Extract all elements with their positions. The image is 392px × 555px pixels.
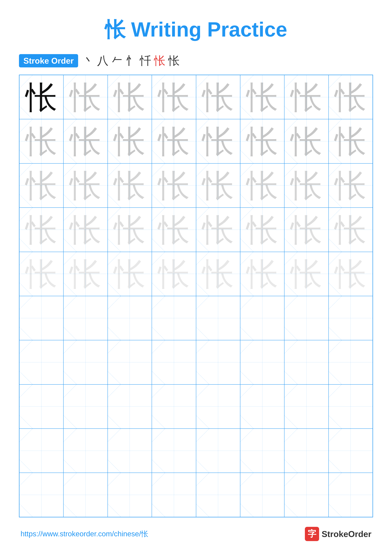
- grid-cell[interactable]: 怅: [152, 252, 196, 296]
- grid-cell[interactable]: [240, 296, 284, 340]
- grid-cell[interactable]: 怅: [196, 252, 240, 296]
- logo-char: 字: [308, 528, 316, 540]
- grid-cell[interactable]: 怅: [284, 252, 328, 296]
- grid-cell[interactable]: 怅: [284, 119, 328, 163]
- grid-cell[interactable]: [328, 384, 373, 429]
- character-display: 怅: [70, 214, 101, 246]
- grid-cell[interactable]: [64, 473, 107, 517]
- grid-cell[interactable]: [284, 473, 328, 517]
- grid-cell[interactable]: [108, 340, 152, 384]
- grid-cell[interactable]: 怅: [19, 119, 64, 163]
- grid-cell[interactable]: [19, 296, 64, 340]
- grid-cell[interactable]: [328, 429, 373, 473]
- stroke-1: 丶: [83, 53, 94, 68]
- practice-grid: 怅怅怅怅怅怅怅怅怅怅怅怅怅怅怅怅怅怅怅怅怅怅怅怅怅怅怅怅怅怅怅怅怅怅怅怅怅怅怅怅: [19, 75, 373, 517]
- character-display: 怅: [202, 125, 234, 157]
- grid-cell[interactable]: [240, 384, 284, 429]
- grid-cell[interactable]: [284, 296, 328, 340]
- grid-cell[interactable]: 怅: [108, 208, 152, 252]
- character-display: 怅: [291, 81, 322, 113]
- grid-cell[interactable]: [284, 384, 328, 429]
- grid-cell[interactable]: 怅: [108, 75, 152, 119]
- stroke-5: 忏: [140, 53, 151, 68]
- grid-cell[interactable]: 怅: [64, 252, 107, 296]
- grid-cell[interactable]: 怅: [328, 119, 373, 163]
- grid-cell[interactable]: [152, 384, 196, 429]
- stroke-3: 𠂉: [111, 54, 123, 67]
- grid-cell[interactable]: [152, 473, 196, 517]
- grid-cell[interactable]: 怅: [19, 252, 64, 296]
- grid-cell[interactable]: 怅: [196, 119, 240, 163]
- character-display: 怅: [158, 125, 190, 157]
- grid-cell[interactable]: 怅: [64, 163, 107, 208]
- character-display: 怅: [247, 81, 278, 113]
- grid-cell[interactable]: [108, 429, 152, 473]
- grid-cell[interactable]: 怅: [108, 252, 152, 296]
- logo-icon: 字: [305, 527, 319, 541]
- grid-cell[interactable]: 怅: [284, 75, 328, 119]
- grid-cell[interactable]: 怅: [152, 119, 196, 163]
- grid-cell[interactable]: [108, 296, 152, 340]
- grid-cell[interactable]: [64, 429, 107, 473]
- grid-cell[interactable]: [64, 340, 107, 384]
- grid-cell[interactable]: [328, 473, 373, 517]
- grid-cell[interactable]: [284, 340, 328, 384]
- grid-cell[interactable]: [328, 340, 373, 384]
- grid-cell[interactable]: 怅: [284, 163, 328, 208]
- character-display: 怅: [26, 170, 57, 201]
- grid-cell[interactable]: [284, 429, 328, 473]
- stroke-6: 怅: [154, 53, 165, 68]
- grid-cell[interactable]: [196, 429, 240, 473]
- grid-cell[interactable]: [152, 340, 196, 384]
- grid-cell[interactable]: [19, 429, 64, 473]
- grid-cell[interactable]: 怅: [196, 75, 240, 119]
- grid-cell[interactable]: [240, 340, 284, 384]
- grid-cell[interactable]: 怅: [19, 163, 64, 208]
- character-display: 怅: [335, 214, 366, 246]
- grid-cell[interactable]: 怅: [284, 208, 328, 252]
- grid-cell[interactable]: 怅: [152, 208, 196, 252]
- grid-cell[interactable]: [196, 296, 240, 340]
- grid-cell[interactable]: 怅: [328, 252, 373, 296]
- grid-cell[interactable]: 怅: [240, 163, 284, 208]
- grid-cell[interactable]: [108, 384, 152, 429]
- grid-cell[interactable]: 怅: [64, 208, 107, 252]
- grid-cell[interactable]: 怅: [328, 163, 373, 208]
- grid-cell[interactable]: 怅: [19, 75, 64, 119]
- grid-cell[interactable]: 怅: [240, 119, 284, 163]
- grid-cell[interactable]: [19, 473, 64, 517]
- character-display: 怅: [158, 258, 190, 290]
- grid-cell[interactable]: [196, 473, 240, 517]
- grid-cell[interactable]: [19, 384, 64, 429]
- character-display: 怅: [26, 125, 57, 157]
- grid-cell[interactable]: [19, 340, 64, 384]
- grid-cell[interactable]: 怅: [240, 208, 284, 252]
- grid-cell[interactable]: 怅: [240, 75, 284, 119]
- character-display: 怅: [26, 214, 57, 246]
- grid-cell[interactable]: 怅: [152, 75, 196, 119]
- grid-cell[interactable]: 怅: [328, 75, 373, 119]
- grid-cell[interactable]: [196, 340, 240, 384]
- grid-cell[interactable]: [196, 384, 240, 429]
- grid-cell[interactable]: [64, 296, 107, 340]
- footer-url[interactable]: https://www.strokeorder.com/chinese/怅: [21, 529, 148, 539]
- grid-cell[interactable]: 怅: [108, 163, 152, 208]
- grid-cell[interactable]: 怅: [196, 163, 240, 208]
- grid-cell[interactable]: [152, 429, 196, 473]
- grid-cell[interactable]: 怅: [64, 119, 107, 163]
- character-display: 怅: [247, 170, 278, 201]
- character-display: 怅: [335, 81, 366, 113]
- grid-cell[interactable]: 怅: [19, 208, 64, 252]
- grid-cell[interactable]: [240, 429, 284, 473]
- grid-cell[interactable]: 怅: [64, 75, 107, 119]
- grid-cell[interactable]: [328, 296, 373, 340]
- grid-cell[interactable]: [64, 384, 107, 429]
- grid-cell[interactable]: [108, 473, 152, 517]
- grid-cell[interactable]: 怅: [108, 119, 152, 163]
- grid-cell[interactable]: 怅: [328, 208, 373, 252]
- grid-cell[interactable]: 怅: [240, 252, 284, 296]
- grid-cell[interactable]: 怅: [196, 208, 240, 252]
- grid-cell[interactable]: 怅: [152, 163, 196, 208]
- grid-cell[interactable]: [240, 473, 284, 517]
- grid-cell[interactable]: [152, 296, 196, 340]
